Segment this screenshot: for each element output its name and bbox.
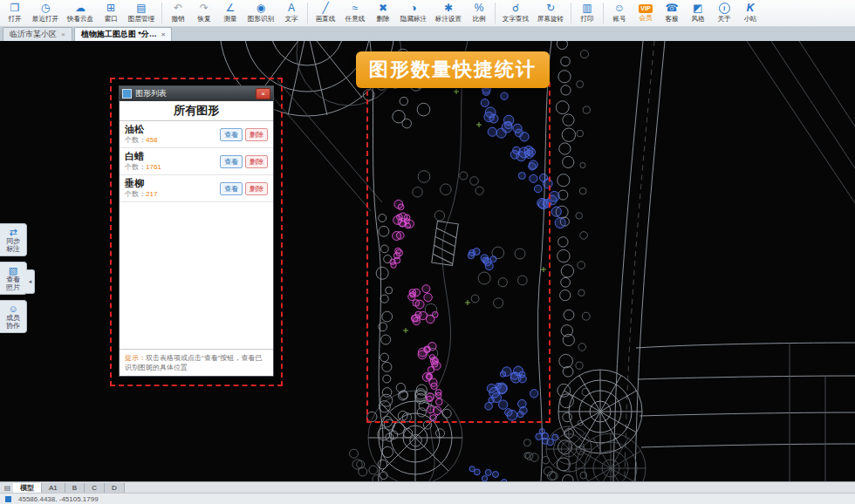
- drawing-canvas[interactable]: 图形数量快捷统计 图形列表 × 所有图形 油松 个数：458 查看 删除: [0, 41, 855, 481]
- style-icon: ◩: [693, 3, 702, 14]
- ksite-label: 小站: [743, 14, 756, 23]
- freeline-icon: ≈: [352, 3, 359, 14]
- vip-label: 会员: [639, 13, 652, 22]
- undo-icon: ↶: [174, 3, 182, 14]
- toolbar-separator: [307, 3, 308, 24]
- redo-button[interactable]: ↷恢复: [191, 0, 217, 26]
- sync-label: 同步标注: [5, 237, 21, 253]
- measure-button[interactable]: ∠测量: [217, 0, 243, 26]
- style-button[interactable]: ◩风格: [685, 0, 711, 26]
- collaboration-button[interactable]: ☺ 成员协作: [0, 300, 27, 333]
- scale-label: 比例: [472, 14, 485, 23]
- text-button[interactable]: A文字: [278, 0, 304, 26]
- cursor-coordinates: 45586.4438, -45105.1799: [18, 495, 99, 503]
- dialog-header: 所有图形: [120, 101, 273, 121]
- sheet-tab-c[interactable]: C: [85, 483, 105, 493]
- close-icon[interactable]: ×: [256, 88, 270, 99]
- delete-button[interactable]: ✖删除: [370, 0, 396, 26]
- about-button[interactable]: i关于: [711, 0, 737, 26]
- ksite-button[interactable]: K小站: [737, 0, 763, 26]
- dialog-hint: 提示：双击表格项或点击“查看”按钮，查看已识别图斑的具体位置: [120, 349, 273, 376]
- window-button[interactable]: ⊞窗口: [98, 0, 124, 26]
- hint-prefix: 提示：: [125, 354, 146, 362]
- layer-manager-button[interactable]: ▤图层管理: [124, 0, 159, 26]
- print-button[interactable]: ▥打印: [574, 0, 600, 26]
- customer-service-button[interactable]: ☎客服: [659, 0, 685, 26]
- text-icon: A: [288, 3, 295, 14]
- sync-annotation-button[interactable]: ⇄ 同步标注: [0, 223, 27, 256]
- list-item[interactable]: 油松 个数：458 查看 删除: [120, 121, 273, 148]
- doc-tab-1[interactable]: 临沂市某小区 ×: [3, 27, 72, 41]
- freehand-line-button[interactable]: ≈任意线: [340, 0, 370, 26]
- dialog-empty-area: [120, 202, 273, 349]
- draw-line-button[interactable]: ╱画直线: [311, 0, 340, 26]
- text-search-button[interactable]: ☌文字查找: [498, 0, 533, 26]
- dock-collapse-arrow[interactable]: ◂: [26, 269, 35, 294]
- close-icon[interactable]: ×: [161, 31, 166, 38]
- hide-annotation-button[interactable]: ◑隐藏标注: [396, 0, 431, 26]
- sheet-tab-d[interactable]: D: [105, 483, 125, 493]
- shape-recognition-button[interactable]: ◉图形识别: [243, 0, 278, 26]
- about-label: 关于: [717, 14, 730, 23]
- delete-button[interactable]: 删除: [245, 155, 268, 168]
- undo-button[interactable]: ↶撤销: [165, 0, 191, 26]
- print-icon: ▥: [582, 3, 592, 14]
- service-icon: ☎: [666, 3, 679, 14]
- line-icon: ╱: [322, 3, 328, 14]
- annotation-settings-label: 标注设置: [435, 14, 462, 23]
- close-icon[interactable]: ×: [61, 31, 65, 38]
- measure-label: 测量: [223, 14, 236, 23]
- cad-viewer-app: ❐打开 ◷最近打开 ☁快看云盘 ⊞窗口 ▤图层管理 ↶撤销 ↷恢复 ∠测量 ◉图…: [0, 0, 855, 504]
- freeline-label: 任意线: [345, 14, 366, 23]
- toolbar-separator: [603, 3, 604, 24]
- main-toolbar: ❐打开 ◷最近打开 ☁快看云盘 ⊞窗口 ▤图层管理 ↶撤销 ↷恢复 ∠测量 ◉图…: [0, 0, 855, 27]
- hide-annotation-icon: ◑: [410, 3, 416, 14]
- sheet-tab-model[interactable]: 模型: [13, 483, 42, 493]
- scale-button[interactable]: %比例: [466, 0, 492, 26]
- toolbar-separator: [571, 3, 571, 24]
- print-label: 打印: [580, 14, 593, 23]
- rotate-screen-button[interactable]: ↻屏幕旋转: [533, 0, 568, 26]
- rotate-label: 屏幕旋转: [537, 14, 564, 23]
- sheet-tab-a1[interactable]: A1: [42, 483, 65, 493]
- view-button[interactable]: 查看: [220, 182, 243, 195]
- hint-text: 双击表格项或点击“查看”按钮，查看已识别图斑的具体位置: [125, 354, 262, 371]
- count-value: 217: [146, 190, 157, 198]
- recent-open-button[interactable]: ◷最近打开: [28, 0, 63, 26]
- open-button[interactable]: ❐打开: [2, 0, 28, 26]
- account-label: 账号: [612, 14, 626, 23]
- count-label: 个数：: [125, 163, 146, 171]
- text-label: 文字: [284, 14, 298, 23]
- delete-label: 删除: [376, 14, 389, 23]
- status-bar: 45586.4438, -45105.1799: [0, 493, 855, 504]
- left-dock: ⇄ 同步标注 ▧ 查看照片 ☺ 成员协作: [0, 223, 27, 333]
- view-button[interactable]: 查看: [220, 128, 243, 141]
- open-label: 打开: [8, 14, 21, 23]
- list-item[interactable]: 垂柳 个数：217 查看 删除: [120, 175, 273, 202]
- count-value: 458: [146, 136, 157, 144]
- delete-button[interactable]: 删除: [245, 128, 268, 141]
- view-button[interactable]: 查看: [220, 155, 243, 168]
- list-item[interactable]: 白蜡 个数：1761 查看 删除: [120, 148, 273, 175]
- dialog-title: 图形列表: [135, 88, 252, 99]
- vip-member-button[interactable]: VIP会员: [633, 0, 659, 26]
- dialog-titlebar[interactable]: 图形列表 ×: [120, 86, 273, 101]
- delete-button[interactable]: 删除: [245, 182, 268, 195]
- cloud-drive-button[interactable]: ☁快看云盘: [63, 0, 98, 26]
- document-tabbar: 临沂市某小区 × 植物施工图总图 *分… ×: [0, 27, 855, 41]
- doc-tab-2[interactable]: 植物施工图总图 *分… ×: [74, 27, 173, 41]
- shape-name: 白蜡: [125, 151, 217, 162]
- annotation-settings-button[interactable]: ✱标注设置: [431, 0, 466, 26]
- photo-icon: ▧: [9, 265, 17, 276]
- doc-tab-2-label: 植物施工图总图 *分…: [81, 29, 157, 40]
- sheet-list-icon[interactable]: ▤: [2, 484, 13, 492]
- line-label: 画直线: [316, 14, 336, 23]
- sheet-tab-b[interactable]: B: [65, 483, 85, 493]
- delete-icon: ✖: [379, 3, 387, 14]
- account-button[interactable]: ☺账号: [606, 0, 633, 26]
- scale-icon: %: [475, 3, 484, 14]
- cloud-label: 快看云盘: [67, 14, 93, 23]
- members-icon: ☺: [8, 303, 17, 314]
- feature-banner: 图形数量快捷统计: [356, 51, 550, 88]
- view-photos-button[interactable]: ▧ 查看照片: [0, 262, 27, 295]
